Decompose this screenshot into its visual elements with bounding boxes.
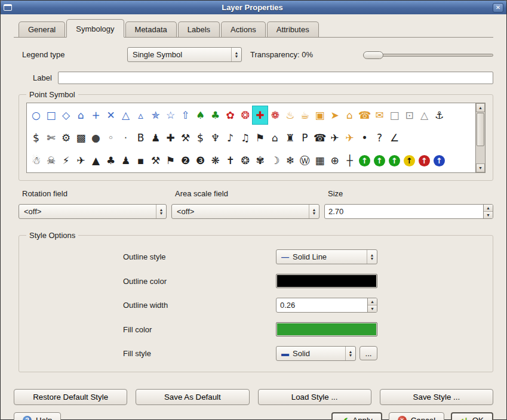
- symbol[interactable]: +: [88, 106, 103, 124]
- symbol[interactable]: ❷: [178, 152, 193, 169]
- symbol-scrollbar[interactable]: [475, 103, 485, 172]
- tab-metadata[interactable]: Metadata: [125, 21, 177, 37]
- symbol[interactable]: $: [29, 129, 44, 147]
- symbol[interactable]: ✈: [342, 129, 357, 147]
- size-value[interactable]: 2.70: [325, 205, 483, 218]
- symbol[interactable]: ▵: [133, 106, 148, 124]
- symbol[interactable]: ●: [88, 129, 103, 147]
- tab-attributes[interactable]: Attributes: [267, 21, 319, 37]
- symbol[interactable]: ⚙: [59, 129, 73, 147]
- symbol[interactable]: ♜: [282, 129, 297, 147]
- symbol[interactable]: ▣: [312, 106, 327, 124]
- spin-up-icon[interactable]: [484, 205, 493, 212]
- rotation-field-select[interactable]: <off>: [19, 204, 167, 219]
- symbol[interactable]: ☎: [357, 106, 372, 124]
- symbol[interactable]: ◦: [103, 129, 118, 147]
- symbol[interactable]: ↑: [389, 155, 400, 166]
- symbol[interactable]: ♪: [223, 129, 238, 147]
- symbol[interactable]: ❂: [238, 152, 253, 169]
- symbol[interactable]: ☠: [44, 152, 59, 169]
- symbol[interactable]: ◇: [59, 106, 73, 124]
- symbol[interactable]: ⊡: [402, 106, 417, 124]
- symbol[interactable]: ↑: [419, 155, 430, 166]
- scrollbar-thumb[interactable]: [477, 113, 484, 146]
- symbol[interactable]: ✄: [44, 129, 59, 147]
- symbol[interactable]: ⚡: [59, 152, 73, 169]
- symbol[interactable]: ☃: [29, 152, 44, 169]
- symbol[interactable]: ❋: [208, 152, 223, 169]
- symbol[interactable]: ✈: [73, 152, 88, 169]
- symbol[interactable]: ↑: [434, 155, 445, 166]
- symbol[interactable]: ▪: [133, 152, 148, 169]
- symbol[interactable]: ✯: [148, 106, 163, 124]
- save-style-button[interactable]: Save Style ...: [380, 389, 493, 405]
- legend-type-select[interactable]: Single Symbol: [127, 47, 242, 62]
- save-as-default-button[interactable]: Save As Default: [136, 389, 249, 405]
- symbol[interactable]: △: [118, 106, 133, 124]
- symbol[interactable]: ♟: [118, 152, 133, 169]
- area-scale-select[interactable]: <off>: [171, 204, 319, 219]
- fill-color-button[interactable]: [276, 322, 377, 336]
- tab-general[interactable]: General: [19, 21, 65, 37]
- symbol[interactable]: ▩: [73, 129, 88, 147]
- fill-style-more-button[interactable]: ...: [359, 346, 377, 360]
- symbol[interactable]: ☽: [268, 152, 282, 169]
- size-spinner[interactable]: 2.70: [324, 204, 493, 219]
- symbol[interactable]: ✚: [163, 129, 178, 147]
- outline-color-button[interactable]: [276, 274, 377, 288]
- symbol[interactable]: ✉: [372, 106, 387, 124]
- cancel-button[interactable]: ✕ Cancel: [389, 412, 445, 420]
- close-icon[interactable]: ✕: [493, 3, 503, 13]
- symbol[interactable]: ⇧: [178, 106, 193, 124]
- symbol[interactable]: ?: [372, 129, 387, 147]
- symbol[interactable]: •: [357, 129, 372, 147]
- symbol[interactable]: ⌂: [268, 129, 282, 147]
- symbol[interactable]: ✈: [327, 129, 342, 147]
- slider-handle[interactable]: [363, 51, 383, 59]
- symbol[interactable]: ⌂: [73, 106, 88, 124]
- symbol[interactable]: ⌂: [342, 106, 357, 124]
- symbol[interactable]: ↑: [359, 155, 370, 166]
- symbol[interactable]: ♫: [238, 129, 253, 147]
- symbol[interactable]: P: [297, 129, 312, 147]
- symbol[interactable]: ┼: [342, 152, 357, 169]
- tab-symbology[interactable]: Symbology: [66, 19, 124, 38]
- apply-button[interactable]: ✔ Apply: [331, 412, 382, 420]
- symbol[interactable]: ❄: [282, 152, 297, 169]
- symbol[interactable]: ❂: [238, 106, 253, 124]
- symbol[interactable]: □: [44, 106, 59, 124]
- symbol[interactable]: ❸: [193, 152, 208, 169]
- symbol[interactable]: ✿: [223, 106, 238, 124]
- symbol[interactable]: ∠: [387, 129, 402, 147]
- tab-labels[interactable]: Labels: [178, 21, 220, 37]
- restore-default-style-button[interactable]: Restore Default Style: [14, 389, 127, 405]
- symbol-grid[interactable]: ○□◇⌂+✕△▵✯☆⇧♠♣✿❂✚❁♨☕▣➤⌂☎✉□⊡△⚓$✄⚙▩●◦·B♟✚⚒$…: [27, 103, 475, 172]
- ok-button[interactable]: ↵ OK: [451, 412, 493, 420]
- symbol[interactable]: □: [387, 106, 402, 124]
- symbol[interactable]: Ⓦ: [297, 152, 312, 169]
- spin-down-icon[interactable]: [484, 212, 493, 218]
- scrollbar-track[interactable]: [476, 147, 485, 163]
- scroll-up-icon[interactable]: [476, 103, 485, 112]
- symbol[interactable]: ♣: [103, 152, 118, 169]
- symbol[interactable]: ♟: [148, 129, 163, 147]
- transparency-slider[interactable]: [363, 50, 493, 60]
- symbol[interactable]: ✝: [223, 152, 238, 169]
- outline-style-select[interactable]: — Solid Line: [276, 249, 377, 264]
- symbol[interactable]: ☎: [312, 129, 327, 147]
- symbol[interactable]: ·: [118, 129, 133, 147]
- symbol[interactable]: ♨: [282, 106, 297, 124]
- symbol[interactable]: ☕: [297, 106, 312, 124]
- symbol[interactable]: ⚑: [253, 129, 268, 147]
- symbol[interactable]: ⊕: [327, 152, 342, 169]
- symbol[interactable]: ✚: [253, 106, 268, 124]
- symbol[interactable]: ▦: [312, 152, 327, 169]
- symbol[interactable]: ➤: [327, 106, 342, 124]
- symbol[interactable]: ✕: [103, 106, 118, 124]
- load-style-button[interactable]: Load Style ...: [258, 389, 371, 405]
- symbol[interactable]: ♆: [208, 129, 223, 147]
- spin-down-icon[interactable]: [368, 305, 377, 312]
- symbol[interactable]: B: [133, 129, 148, 147]
- symbol[interactable]: ♣: [208, 106, 223, 124]
- help-button[interactable]: ? Help: [14, 412, 61, 420]
